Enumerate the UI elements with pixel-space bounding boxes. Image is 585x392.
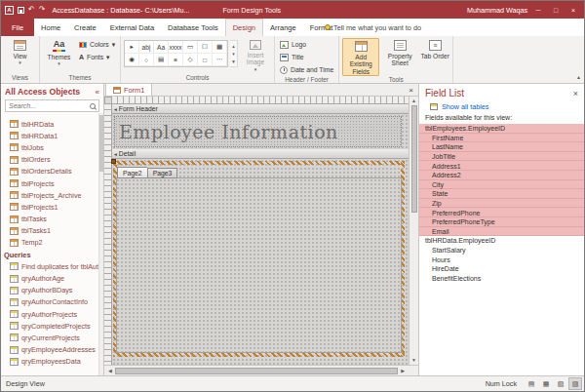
- field-row[interactable]: Address1: [419, 161, 584, 171]
- query-item[interactable]: qryCurrentProjects: [1, 332, 103, 343]
- table-item[interactable]: tblHRData1: [1, 130, 103, 141]
- gallery-up-icon[interactable]: ▴: [231, 42, 236, 50]
- view-shortcut-button[interactable]: ▨: [568, 377, 582, 390]
- control-icon[interactable]: ▭: [183, 41, 198, 54]
- ribbon-tab[interactable]: Create: [67, 19, 103, 36]
- table-item[interactable]: tblProjects: [1, 177, 103, 189]
- field-row[interactable]: FirstName: [419, 134, 584, 143]
- field-row[interactable]: Zip: [419, 199, 584, 209]
- form-selector-box[interactable]: [104, 97, 112, 104]
- table-item[interactable]: tblProjects_Archive: [1, 189, 103, 201]
- navigation-scrollbar[interactable]: [98, 113, 103, 375]
- vertical-scrollbar[interactable]: ▲ ▼: [409, 97, 418, 365]
- date-and-time-button[interactable]: Date and Time: [278, 63, 335, 76]
- query-item[interactable]: qryCompletedProjects: [1, 320, 103, 332]
- control-icon[interactable]: ◉: [125, 54, 139, 66]
- close-button[interactable]: ×: [566, 7, 580, 14]
- tab-order-button[interactable]: ≡ Tab Order: [420, 38, 449, 59]
- show-all-tables-link[interactable]: Show all tables: [419, 100, 584, 114]
- move-handle[interactable]: [111, 159, 116, 164]
- gallery-down-icon[interactable]: ▾: [231, 50, 236, 58]
- form-header-section-bar[interactable]: ◂ Form Header: [112, 104, 409, 114]
- query-item[interactable]: qryAuthorAge: [1, 272, 103, 284]
- scroll-left-icon[interactable]: ◀: [106, 368, 114, 373]
- field-row[interactable]: Address2: [419, 171, 584, 180]
- themes-button[interactable]: Aa Themes ▾: [43, 38, 75, 68]
- title-button[interactable]: Title: [278, 51, 306, 63]
- scrollbar-thumb[interactable]: [99, 115, 103, 172]
- control-icon[interactable]: ▤: [154, 54, 169, 66]
- page-tab[interactable]: Page3: [147, 168, 178, 178]
- view-shortcut-button[interactable]: ▧: [554, 377, 567, 390]
- control-icon[interactable]: ◇: [183, 54, 198, 66]
- field-row[interactable]: BenefitElections: [419, 274, 584, 284]
- detail-section-bar[interactable]: ◂ Detail: [112, 149, 409, 159]
- control-icon[interactable]: ▸: [125, 41, 139, 54]
- queries-group-header[interactable]: Queries: [1, 249, 103, 260]
- control-icon[interactable]: ▦: [213, 41, 227, 54]
- ribbon-tab[interactable]: Home: [34, 19, 67, 36]
- page-tab[interactable]: Page2: [117, 167, 147, 178]
- add-existing-fields-button[interactable]: Add Existing Fields: [342, 38, 379, 76]
- query-item[interactable]: qryAuthorBDays: [1, 285, 103, 296]
- field-row[interactable]: tblEmployees.EmployeeID: [419, 124, 584, 134]
- table-item[interactable]: tblProjects1: [1, 201, 103, 213]
- scrollbar-thumb[interactable]: [115, 368, 398, 374]
- field-row[interactable]: HireDate: [419, 264, 584, 274]
- table-item[interactable]: tblHRData: [1, 118, 103, 130]
- control-icon[interactable]: Aa: [154, 41, 169, 54]
- ribbon-tab[interactable]: Arrange: [263, 19, 303, 36]
- gallery-more-icon[interactable]: ▼: [231, 58, 236, 65]
- field-row[interactable]: LastName: [419, 142, 584, 152]
- detail-section[interactable]: Page2 Page3: [112, 159, 409, 365]
- control-icon[interactable]: ab|: [139, 41, 154, 54]
- close-document-icon[interactable]: ×: [404, 86, 418, 95]
- ribbon-tab[interactable]: Database Tools: [161, 19, 225, 36]
- table-item[interactable]: tblTasks: [1, 214, 103, 225]
- query-item[interactable]: qryEmployeeAddresses: [1, 344, 103, 356]
- redo-icon[interactable]: ↷: [39, 6, 46, 14]
- query-item[interactable]: qryAuthorProjects: [1, 308, 103, 320]
- search-box[interactable]: [5, 99, 99, 112]
- table-item[interactable]: Temp2: [1, 237, 103, 249]
- control-icon[interactable]: ○: [139, 54, 154, 66]
- ribbon-tab[interactable]: Design: [225, 19, 263, 36]
- scroll-up-icon[interactable]: ▲: [411, 98, 416, 104]
- form-title-label[interactable]: Employee Information: [114, 116, 402, 147]
- ribbon-tab[interactable]: External Data: [103, 19, 161, 36]
- form-header-section[interactable]: Employee Information: [112, 114, 409, 149]
- view-button[interactable]: View ▾: [4, 38, 36, 67]
- minimize-button[interactable]: ─: [531, 7, 545, 14]
- table-item[interactable]: tblOrders: [1, 154, 103, 166]
- fonts-button[interactable]: A Fonts ▾: [77, 51, 117, 63]
- search-input[interactable]: [9, 102, 87, 109]
- field-row[interactable]: State: [419, 189, 584, 199]
- horizontal-ruler[interactable]: [112, 97, 409, 104]
- control-icon[interactable]: □: [198, 54, 213, 66]
- query-item[interactable]: Find duplicates for tblAuthors: [1, 260, 103, 272]
- shutter-bar-icon[interactable]: «: [96, 88, 99, 97]
- table-item[interactable]: tblJobs: [1, 141, 103, 153]
- table-item[interactable]: tblOrdersDetails: [1, 166, 103, 177]
- undo-icon[interactable]: ↶: [28, 6, 35, 14]
- scroll-right-icon[interactable]: ▶: [399, 368, 407, 373]
- field-row[interactable]: StartSalary: [419, 246, 584, 255]
- query-item[interactable]: qryEmployeesData: [1, 356, 103, 368]
- collapse-ribbon-icon[interactable]: ▴: [577, 73, 580, 80]
- control-icon[interactable]: ☐: [198, 41, 213, 54]
- account-name[interactable]: Muhammad Waqas: [467, 6, 527, 15]
- table-item[interactable]: tblTasks1: [1, 225, 103, 237]
- field-row[interactable]: PreferredPhone: [419, 208, 584, 217]
- field-row[interactable]: City: [419, 180, 584, 190]
- save-icon[interactable]: [18, 7, 24, 14]
- control-icon[interactable]: xxxx: [169, 41, 183, 54]
- insert-image-button[interactable]: Insert Image ▾: [240, 38, 271, 73]
- tab-control[interactable]: Page2 Page3: [113, 161, 405, 357]
- tell-me-box[interactable]: Tell me what you want to do: [325, 19, 421, 36]
- document-tab-form1[interactable]: Form1: [105, 83, 152, 96]
- field-row[interactable]: Hours: [419, 255, 584, 264]
- field-row[interactable]: tblHRData.EmployeeID: [419, 236, 584, 246]
- close-icon[interactable]: ×: [573, 89, 578, 98]
- property-sheet-button[interactable]: Property Sheet: [381, 38, 418, 67]
- query-item[interactable]: qryAuthorContactInfo: [1, 296, 103, 308]
